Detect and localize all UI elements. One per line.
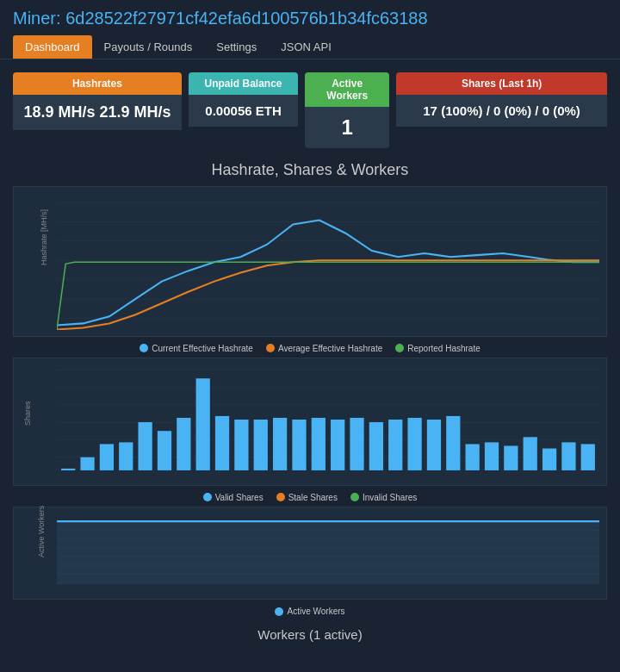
- unpaid-value: 0.00056 ETH: [189, 95, 298, 127]
- svg-rect-55: [581, 444, 595, 470]
- shares-svg: 30 25 20 15 10 5 0: [57, 365, 599, 479]
- legend-valid-label: Valid Shares: [215, 493, 264, 502]
- workers-y-label: Active Workers: [37, 505, 46, 557]
- svg-rect-30: [100, 444, 114, 470]
- shares-card: Shares (Last 1h) 17 (100%) / 0 (0%) / 0 …: [396, 72, 607, 148]
- workers-svg: 1 1 1 1 0 0 0 0: [57, 514, 599, 593]
- workers-label: Active Workers: [305, 72, 389, 107]
- svg-rect-44: [369, 422, 383, 470]
- workers-legend: Active Workers: [13, 607, 607, 616]
- nav-dashboard[interactable]: Dashboard: [13, 35, 92, 59]
- unpaid-card: Unpaid Balance 0.00056 ETH: [189, 72, 298, 148]
- svg-rect-45: [388, 419, 402, 470]
- svg-rect-28: [61, 468, 75, 470]
- svg-rect-36: [215, 415, 229, 470]
- nav-jsonapi[interactable]: JSON API: [269, 35, 344, 59]
- header: Miner: 6d28522f27971cf42efa6d100576b1b34…: [0, 0, 620, 59]
- svg-rect-32: [139, 422, 152, 470]
- legend-stale-label: Stale Shares: [288, 493, 338, 502]
- svg-marker-72: [57, 521, 599, 584]
- svg-rect-43: [350, 417, 363, 470]
- svg-rect-29: [80, 457, 94, 470]
- workers-chart: Active Workers 1 1 1 1 0 0 0 0: [13, 507, 607, 600]
- legend-workers-dot: [275, 607, 283, 616]
- shares-chart: Shares 30 25 20 15 10 5 0: [13, 358, 607, 486]
- chart-title: Hashrate, Shares & Workers: [13, 161, 607, 179]
- legend-reported-dot: [395, 344, 404, 352]
- svg-rect-37: [234, 419, 248, 470]
- stats-row: Hashrates 18.9 MH/s 21.9 MH/s Unpaid Bal…: [0, 59, 620, 157]
- hashrate-chart: Hashrate [MH/s] 35.0000M 30.0000M 25.000…: [13, 186, 607, 337]
- legend-average-label: Average Effective Hashrate: [278, 344, 382, 353]
- unpaid-label: Unpaid Balance: [189, 72, 298, 95]
- legend-reported: Reported Hashrate: [395, 344, 480, 353]
- workers-card: Active Workers 1: [305, 72, 389, 148]
- svg-rect-53: [542, 448, 556, 470]
- hashrate-svg: 35.0000M 30.0000M 25.0000M 20.0000M 15.0…: [57, 194, 599, 330]
- svg-rect-33: [158, 431, 171, 470]
- legend-current-dot: [140, 344, 148, 352]
- legend-stale-dot: [276, 493, 285, 501]
- miner-title: Miner: 6d28522f27971cf42efa6d100576b1b34…: [13, 9, 607, 28]
- nav-payouts[interactable]: Payouts / Rounds: [92, 35, 205, 59]
- svg-rect-42: [331, 419, 344, 470]
- legend-average: Average Effective Hashrate: [266, 344, 382, 353]
- legend-workers: Active Workers: [275, 607, 344, 616]
- legend-average-dot: [266, 344, 275, 352]
- hashrate-legend: Current Effective Hashrate Average Effec…: [13, 344, 607, 353]
- svg-rect-50: [485, 442, 499, 470]
- chart-section: Hashrate, Shares & Workers Hashrate [MH/…: [0, 157, 620, 650]
- legend-invalid-dot: [350, 493, 359, 501]
- legend-valid: Valid Shares: [203, 493, 264, 502]
- nav-bar: Dashboard Payouts / Rounds Settings JSON…: [13, 35, 607, 59]
- legend-invalid: Invalid Shares: [350, 493, 417, 502]
- svg-rect-35: [196, 378, 210, 470]
- svg-rect-49: [466, 444, 480, 470]
- shares-y-label: Shares: [23, 401, 32, 426]
- legend-current: Current Effective Hashrate: [140, 344, 253, 353]
- legend-reported-label: Reported Hashrate: [407, 344, 480, 353]
- miner-label: Miner:: [13, 9, 61, 28]
- legend-stale: Stale Shares: [276, 493, 338, 502]
- svg-rect-38: [254, 419, 268, 470]
- shares-legend: Valid Shares Stale Shares Invalid Shares: [13, 493, 607, 502]
- svg-rect-51: [504, 445, 518, 470]
- svg-rect-34: [177, 417, 190, 470]
- hashrate-y-label: Hashrate [MH/s]: [40, 209, 48, 265]
- hashrate-value: 18.9 MH/s 21.9 MH/s: [13, 95, 182, 130]
- hashrate-label: Hashrates: [13, 72, 182, 95]
- legend-valid-dot: [203, 493, 212, 501]
- nav-settings[interactable]: Settings: [204, 35, 269, 59]
- shares-value: 17 (100%) / 0 (0%) / 0 (0%): [396, 95, 607, 127]
- svg-rect-31: [119, 442, 133, 470]
- hashrate-card: Hashrates 18.9 MH/s 21.9 MH/s: [13, 72, 182, 148]
- svg-rect-48: [446, 415, 460, 470]
- svg-rect-39: [273, 417, 287, 470]
- workers-value: 1: [305, 107, 389, 148]
- svg-rect-41: [312, 417, 326, 470]
- legend-workers-label: Active Workers: [287, 607, 344, 616]
- svg-rect-52: [524, 437, 537, 470]
- workers-footer: Workers (1 active): [13, 620, 607, 646]
- svg-rect-46: [407, 417, 421, 470]
- miner-address: 6d28522f27971cf42efa6d100576b1b34fc63188: [65, 9, 427, 28]
- svg-rect-54: [561, 442, 575, 470]
- svg-rect-47: [427, 419, 441, 470]
- svg-rect-40: [292, 419, 306, 470]
- legend-current-label: Current Effective Hashrate: [152, 344, 253, 353]
- legend-invalid-label: Invalid Shares: [363, 493, 417, 502]
- shares-label: Shares (Last 1h): [396, 72, 607, 95]
